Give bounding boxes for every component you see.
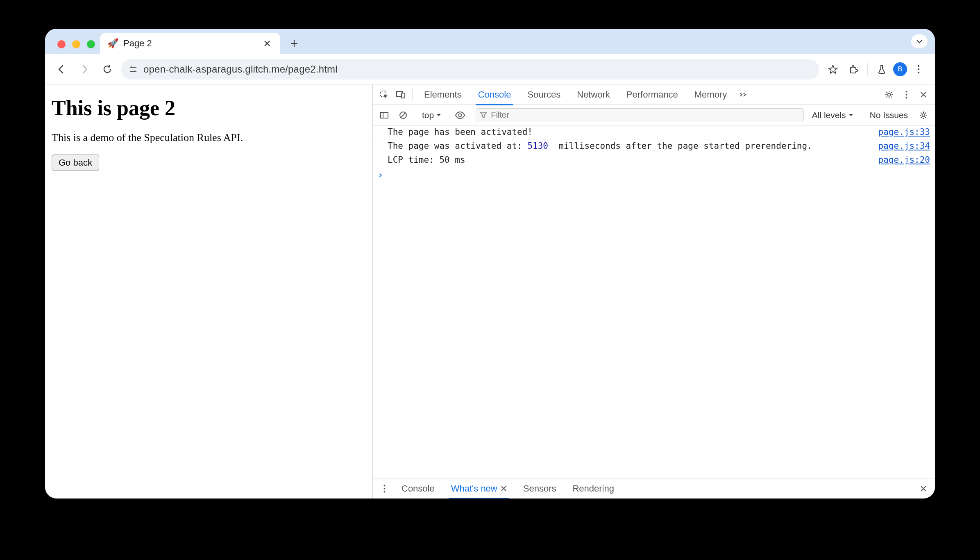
drawer-close-icon[interactable] bbox=[916, 481, 931, 496]
svg-point-17 bbox=[922, 114, 925, 116]
page-heading: This is page 2 bbox=[52, 96, 366, 120]
filter-icon bbox=[480, 112, 487, 118]
profile-avatar[interactable]: B bbox=[893, 62, 907, 76]
console-toolbar: top All levels bbox=[373, 105, 935, 125]
avatar-initial: B bbox=[898, 65, 902, 73]
svg-point-9 bbox=[905, 91, 907, 92]
log-row: LCP time: 50 ms page.js:20 bbox=[373, 153, 935, 167]
window-close-button[interactable] bbox=[57, 40, 66, 48]
log-text: milliseconds after the page started prer… bbox=[548, 141, 812, 151]
content-area: This is page 2 This is a demo of the Spe… bbox=[45, 84, 935, 499]
tab-sources[interactable]: Sources bbox=[520, 84, 568, 105]
devtools-tab-bar: Elements Console Sources Network Perform… bbox=[373, 84, 935, 105]
tab-network[interactable]: Network bbox=[569, 84, 617, 105]
log-text: The page has been activated! bbox=[388, 127, 533, 137]
log-row: The page has been activated! page.js:33 bbox=[373, 125, 935, 139]
browser-toolbar: open-chalk-asparagus.glitch.me/page2.htm… bbox=[45, 54, 935, 84]
svg-point-11 bbox=[905, 97, 907, 98]
star-icon[interactable] bbox=[824, 60, 842, 78]
tab-console[interactable]: Console bbox=[471, 84, 519, 105]
drawer-tab-console[interactable]: Console bbox=[395, 478, 441, 499]
site-settings-icon[interactable] bbox=[129, 65, 138, 74]
svg-point-0 bbox=[131, 66, 132, 68]
extensions-icon[interactable] bbox=[844, 60, 862, 78]
close-icon[interactable] bbox=[501, 485, 507, 492]
forward-button[interactable] bbox=[75, 60, 93, 78]
tab-title: Page 2 bbox=[123, 38, 256, 49]
window-controls bbox=[55, 40, 100, 54]
svg-point-2 bbox=[918, 65, 919, 66]
svg-rect-12 bbox=[381, 112, 388, 118]
log-number: 5130 bbox=[527, 141, 548, 151]
issues-label[interactable]: No Issues bbox=[866, 110, 912, 120]
svg-point-1 bbox=[134, 71, 136, 72]
svg-line-15 bbox=[401, 113, 406, 118]
labs-icon[interactable] bbox=[873, 60, 891, 78]
close-icon[interactable] bbox=[916, 87, 931, 102]
window-maximize-button[interactable] bbox=[87, 40, 95, 48]
inspect-icon[interactable] bbox=[377, 87, 392, 102]
more-tabs-icon[interactable] bbox=[736, 87, 751, 102]
tab-elements[interactable]: Elements bbox=[417, 84, 469, 105]
kebab-icon[interactable] bbox=[377, 481, 392, 496]
devtools-panel: Elements Console Sources Network Perform… bbox=[373, 84, 935, 499]
tab-strip: 🚀 Page 2 bbox=[45, 29, 935, 54]
browser-tab[interactable]: 🚀 Page 2 bbox=[100, 33, 280, 54]
eye-icon[interactable] bbox=[453, 108, 467, 123]
new-tab-button[interactable] bbox=[286, 35, 302, 52]
svg-point-19 bbox=[383, 488, 385, 489]
page-content: This is page 2 This is a demo of the Spe… bbox=[45, 84, 373, 499]
reload-button[interactable] bbox=[98, 60, 116, 78]
svg-point-16 bbox=[459, 114, 462, 116]
window-minimize-button[interactable] bbox=[72, 40, 80, 48]
svg-point-10 bbox=[905, 94, 907, 96]
console-prompt[interactable]: › bbox=[373, 167, 935, 182]
log-text: The page was activated at: bbox=[388, 141, 527, 151]
drawer-tab-whatsnew[interactable]: What's new bbox=[445, 478, 513, 499]
go-back-button[interactable]: Go back bbox=[52, 155, 99, 171]
sidebar-toggle-icon[interactable] bbox=[377, 108, 392, 123]
log-source-link[interactable]: page.js:33 bbox=[878, 127, 930, 137]
svg-rect-7 bbox=[402, 93, 405, 98]
separator bbox=[867, 63, 868, 75]
kebab-icon[interactable] bbox=[899, 87, 914, 102]
svg-point-20 bbox=[383, 491, 385, 492]
device-toggle-icon[interactable] bbox=[393, 87, 408, 102]
url-text: open-chalk-asparagus.glitch.me/page2.htm… bbox=[143, 64, 338, 75]
drawer-tab-rendering[interactable]: Rendering bbox=[566, 478, 621, 499]
svg-point-18 bbox=[383, 485, 385, 486]
svg-point-3 bbox=[918, 68, 919, 70]
svg-point-8 bbox=[888, 93, 891, 96]
address-bar[interactable]: open-chalk-asparagus.glitch.me/page2.htm… bbox=[121, 59, 819, 80]
filter-input[interactable] bbox=[491, 110, 799, 120]
log-text: LCP time: 50 ms bbox=[388, 155, 465, 165]
back-button[interactable] bbox=[52, 60, 70, 78]
toolbar-actions: B bbox=[824, 60, 928, 78]
gear-icon[interactable] bbox=[882, 87, 896, 102]
menu-icon[interactable] bbox=[910, 60, 928, 78]
gear-icon[interactable] bbox=[916, 108, 931, 123]
close-icon[interactable] bbox=[261, 38, 273, 49]
context-selector[interactable]: top bbox=[419, 110, 445, 120]
browser-window: 🚀 Page 2 bbox=[45, 29, 935, 499]
console-output: The page has been activated! page.js:33 … bbox=[373, 125, 935, 478]
log-source-link[interactable]: page.js:20 bbox=[878, 155, 930, 165]
tab-performance[interactable]: Performance bbox=[619, 84, 685, 105]
context-label: top bbox=[422, 110, 434, 120]
tab-memory[interactable]: Memory bbox=[687, 84, 734, 105]
levels-label: All levels bbox=[812, 110, 846, 120]
separator bbox=[412, 89, 413, 100]
filter-box[interactable] bbox=[476, 108, 804, 122]
chevron-right-icon: › bbox=[378, 170, 383, 180]
log-levels-selector[interactable]: All levels bbox=[808, 110, 858, 120]
drawer-tab-sensors[interactable]: Sensors bbox=[517, 478, 563, 499]
clear-console-icon[interactable] bbox=[396, 108, 411, 123]
drawer-tab-label: What's new bbox=[451, 483, 497, 494]
tabs-dropdown-button[interactable] bbox=[911, 34, 928, 48]
svg-point-4 bbox=[918, 71, 919, 73]
rocket-icon: 🚀 bbox=[107, 38, 118, 49]
log-row: The page was activated at: 5130 millisec… bbox=[373, 139, 935, 153]
log-source-link[interactable]: page.js:34 bbox=[878, 141, 930, 151]
page-paragraph: This is a demo of the Speculation Rules … bbox=[52, 132, 366, 144]
devtools-drawer: Console What's new Sensors Rendering bbox=[373, 478, 935, 499]
